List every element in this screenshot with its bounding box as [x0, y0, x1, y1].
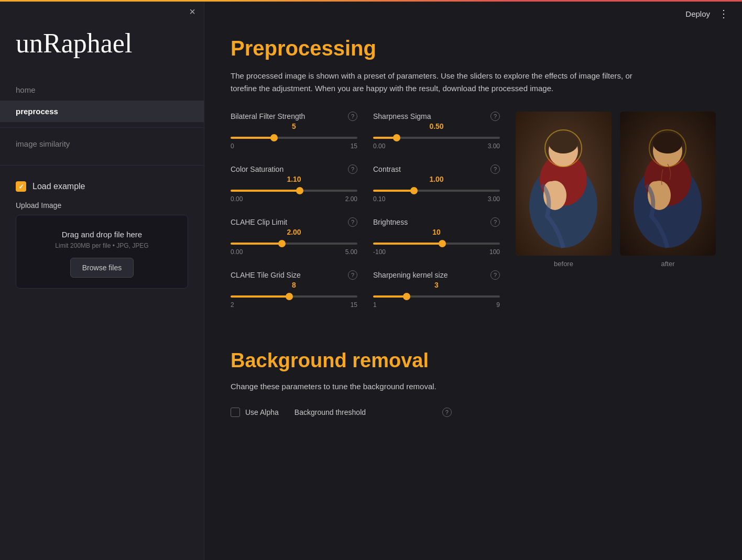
control-label-saturation: Color Saturation	[231, 165, 283, 173]
slider-max-brightness: 100	[489, 248, 500, 256]
slider-min-clahe-tile: 2	[231, 301, 234, 309]
top-accent-bar	[0, 0, 742, 2]
sidebar: × unRaphael home preprocess image simila…	[0, 0, 204, 560]
control-label-clahe-tile: CLAHE Tile Grid Size	[231, 271, 301, 279]
control-color-saturation: Color Saturation ? 1.10 0.00 2.00	[231, 164, 357, 203]
control-sharpness-sigma: Sharpness Sigma ? 0.50 0.00 3.00	[373, 112, 500, 150]
image-before-canvas	[516, 112, 612, 256]
slider-max-clahe-tile: 15	[351, 301, 357, 309]
deploy-button[interactable]: Deploy	[685, 9, 710, 18]
control-value-clahe-tile: 8	[231, 281, 357, 289]
control-clahe-clip-limit: CLAHE Clip Limit ? 2.00 0.00 5.00	[231, 217, 357, 256]
help-icon-sharpness[interactable]: ?	[490, 112, 500, 121]
control-label-kernel: Sharpening kernel size	[373, 271, 448, 279]
control-value-kernel: 3	[373, 281, 500, 289]
sidebar-section: Load example Upload Image Drag and drop …	[0, 171, 204, 299]
browse-files-button[interactable]: Browse files	[70, 258, 134, 278]
image-after: after	[620, 112, 716, 268]
help-icon-brightness[interactable]: ?	[490, 217, 500, 227]
use-alpha-label: Use Alpha	[245, 408, 279, 416]
use-alpha-checkbox[interactable]	[231, 408, 240, 417]
close-button[interactable]: ×	[189, 6, 195, 17]
upload-label: Upload Image	[16, 201, 188, 210]
slider-max-contrast: 3.00	[488, 195, 500, 203]
slider-max-sharpness: 3.00	[488, 142, 500, 150]
background-removal-desc: Change these parameters to tune the back…	[231, 380, 716, 393]
help-icon-bilateral[interactable]: ?	[348, 112, 357, 121]
control-clahe-tile-grid: CLAHE Tile Grid Size ? 8 2 15	[231, 270, 357, 309]
nav-items: home preprocess image similarity	[0, 74, 204, 160]
control-label-contrast: Contrast	[373, 165, 401, 173]
slider-bilateral[interactable]	[231, 137, 357, 139]
help-icon-clahe-clip[interactable]: ?	[348, 217, 357, 227]
nav-divider-2	[0, 165, 204, 166]
svg-point-13	[653, 133, 682, 153]
control-bilateral-filter-strength: Bilateral Filter Strength ? 5 0 15	[231, 112, 357, 150]
slider-min-saturation: 0.00	[231, 195, 243, 203]
control-label-sharpness: Sharpness Sigma	[373, 112, 431, 120]
control-label-bilateral: Bilateral Filter Strength	[231, 112, 305, 120]
slider-max-clahe-clip: 5.00	[345, 248, 357, 256]
control-label-brightness: Brightness	[373, 218, 408, 226]
slider-brightness[interactable]	[373, 243, 500, 245]
upload-box: Drag and drop file here Limit 200MB per …	[16, 215, 188, 289]
sidebar-item-preprocess[interactable]: preprocess	[0, 101, 204, 122]
image-pair: before	[516, 112, 716, 268]
control-value-clahe-clip: 2.00	[231, 228, 357, 236]
page-title: Preprocessing	[231, 37, 716, 60]
slider-min-contrast: 0.10	[373, 195, 385, 203]
help-icon-saturation[interactable]: ?	[348, 164, 357, 174]
logo: unRaphael	[16, 28, 188, 58]
nav-divider	[0, 127, 204, 128]
more-options-button[interactable]: ⋮	[718, 7, 729, 20]
slider-min-kernel: 1	[373, 301, 377, 309]
help-icon-contrast[interactable]: ?	[490, 164, 500, 174]
slider-max-bilateral: 15	[351, 142, 357, 150]
header-bar: Deploy ⋮	[409, 0, 742, 27]
control-contrast: Contrast ? 1.00 0.10 3.00	[373, 164, 500, 203]
slider-saturation[interactable]	[231, 190, 357, 192]
file-limit-text: Limit 200MB per file • JPG, JPEG	[27, 242, 177, 249]
slider-clahe-tile[interactable]	[231, 295, 357, 298]
bg-threshold-label: Background threshold	[294, 408, 366, 416]
logo-area: unRaphael	[0, 23, 204, 74]
slider-kernel[interactable]	[373, 295, 500, 298]
image-before: before	[516, 112, 612, 268]
bg-threshold-control: Background threshold ?	[294, 408, 452, 418]
control-sharpening-kernel: Sharpening kernel size ? 3 1 9	[373, 270, 500, 309]
load-example-row: Load example	[16, 181, 188, 192]
background-removal-controls: Use Alpha Background threshold ?	[231, 408, 716, 433]
main-content: Preprocessing The processed image is sho…	[204, 0, 742, 464]
slider-max-saturation: 2.00	[345, 195, 357, 203]
slider-min-sharpness: 0.00	[373, 142, 385, 150]
controls-grid: Bilateral Filter Strength ? 5 0 15	[231, 112, 500, 323]
slider-min-clahe-clip: 0.00	[231, 248, 243, 256]
use-alpha-item: Use Alpha	[231, 408, 279, 417]
slider-sharpness[interactable]	[373, 137, 500, 139]
image-after-canvas	[620, 112, 716, 256]
help-icon-clahe-tile[interactable]: ?	[348, 270, 357, 280]
sidebar-item-home[interactable]: home	[0, 79, 204, 101]
sidebar-top-bar: ×	[0, 0, 204, 23]
control-value-brightness: 10	[373, 228, 500, 236]
slider-min-brightness: -100	[373, 248, 386, 256]
svg-point-5	[549, 133, 578, 153]
slider-max-kernel: 9	[496, 301, 500, 309]
control-label-clahe-clip: CLAHE Clip Limit	[231, 218, 287, 226]
help-icon-bg-threshold[interactable]: ?	[442, 408, 452, 417]
drag-drop-text: Drag and drop file here	[27, 230, 177, 239]
control-brightness: Brightness ? 10 -100 100	[373, 217, 500, 256]
slider-contrast[interactable]	[373, 190, 500, 192]
slider-min-bilateral: 0	[231, 142, 234, 150]
slider-clahe-clip[interactable]	[231, 243, 357, 245]
control-value-sharpness: 0.50	[373, 122, 500, 130]
control-value-bilateral: 5	[231, 122, 357, 130]
control-value-contrast: 1.00	[373, 175, 500, 183]
image-before-label: before	[554, 260, 573, 268]
control-value-saturation: 1.10	[231, 175, 357, 183]
load-example-checkbox[interactable]	[16, 181, 26, 192]
sidebar-item-image-similarity[interactable]: image similarity	[0, 133, 204, 155]
controls-and-images: Bilateral Filter Strength ? 5 0 15	[231, 112, 716, 323]
help-icon-kernel[interactable]: ?	[490, 270, 500, 280]
background-removal-section: Background removal Change these paramete…	[231, 349, 716, 433]
